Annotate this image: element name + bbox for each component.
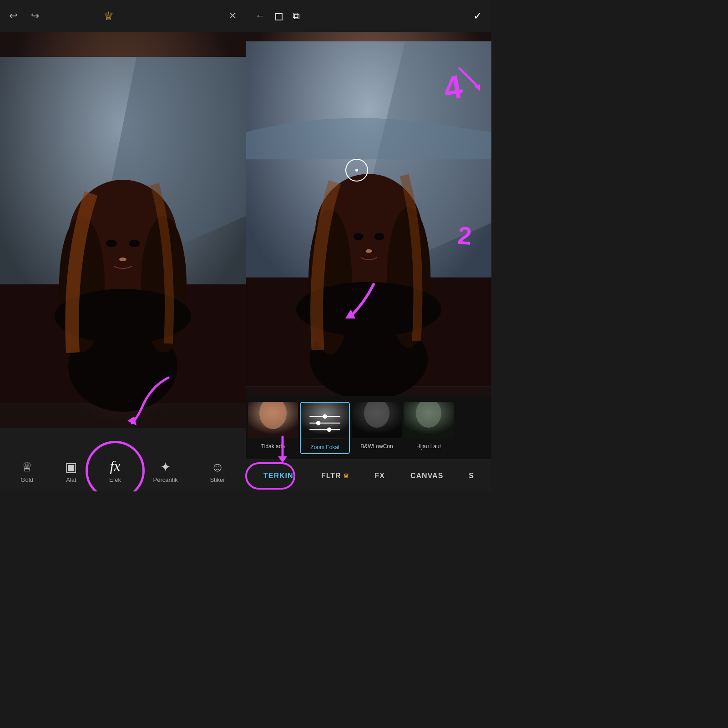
stiker-icon: ☺ — [211, 460, 224, 475]
svg-point-17 — [310, 318, 428, 396]
filter-label-tidak-ada: Tidak ada — [248, 440, 298, 453]
svg-point-25 — [366, 249, 372, 253]
svg-point-21 — [308, 209, 352, 354]
toolbar-item-stiker[interactable]: ☺ Stiker — [205, 456, 229, 487]
tab-terkini[interactable]: TERKINI — [259, 468, 300, 484]
svg-marker-1 — [91, 57, 246, 284]
svg-text:4: 4 — [441, 68, 465, 107]
filter-thumb-tidak-ada — [248, 402, 298, 438]
stiker-label: Stiker — [210, 476, 225, 483]
crosshair-target — [345, 159, 368, 182]
filter-thumb-zoom-fokal — [301, 403, 349, 439]
right-photo-bg: 4 2 — [246, 32, 491, 396]
toolbar-item-efek[interactable]: fx Efek — [105, 454, 126, 487]
filter-item-tidak-ada[interactable]: Tidak ada — [248, 402, 298, 454]
left-panel: ↩ ↪ ♕ ✕ — [0, 0, 246, 491]
alat-label: Alat — [66, 476, 76, 483]
svg-point-19 — [332, 197, 406, 286]
gold-icon: ♕ — [21, 460, 33, 475]
left-bottom-toolbar: ♕ Gold ▣ Alat fx Efek ✦ Percantik ☺ — [0, 428, 246, 491]
right-panel: ← ◻ ⧉ ✓ — [246, 0, 491, 491]
toolbar-item-alat[interactable]: ▣ Alat — [61, 456, 81, 487]
tab-fx[interactable]: FX — [370, 468, 389, 484]
tab-s[interactable]: S — [464, 468, 479, 484]
annotation-4-group: 4 — [414, 59, 487, 127]
crosshair-dot — [355, 169, 358, 172]
filter-thumb-hijau-laut — [404, 402, 454, 438]
eraser-icon[interactable]: ◻ — [274, 10, 283, 22]
filter-strip: Tidak ada — [246, 396, 491, 460]
check-button[interactable]: ✓ — [473, 10, 482, 22]
filter-label-hijau-laut: Hijau Laut — [404, 440, 454, 453]
percantik-icon: ✦ — [160, 460, 171, 475]
svg-point-11 — [119, 258, 126, 261]
svg-rect-16 — [246, 278, 491, 387]
svg-point-7 — [59, 216, 105, 353]
left-topbar: ↩ ↪ ♕ ✕ — [0, 0, 246, 32]
svg-point-12 — [55, 289, 191, 344]
efek-label: Efek — [109, 476, 121, 483]
crosshair-circle — [345, 159, 368, 182]
tab-canvas[interactable]: CANVAS — [406, 468, 448, 484]
left-photo-bg — [0, 32, 246, 428]
filter-label-zoom-fokal: Zoom Fokal — [301, 441, 349, 454]
svg-point-36 — [316, 421, 321, 425]
svg-rect-0 — [0, 57, 246, 403]
svg-marker-28 — [474, 84, 480, 91]
left-photo-area — [0, 32, 246, 428]
filter-item-hijau-laut[interactable]: Hijau Laut — [404, 402, 454, 454]
efek-icon: fx — [110, 458, 120, 475]
crown-icon[interactable]: ♕ — [103, 9, 114, 23]
filter-item-zoom-fokal[interactable]: Zoom Fokal — [300, 402, 350, 454]
toolbar-items: ♕ Gold ▣ Alat fx Efek ✦ Percantik ☺ — [0, 454, 246, 487]
svg-point-9 — [106, 240, 117, 247]
svg-point-26 — [296, 282, 441, 337]
redo-button[interactable]: ↪ — [31, 10, 39, 22]
svg-rect-32 — [301, 403, 349, 438]
undo-button[interactable]: ↩ — [9, 10, 17, 22]
filter-item-bwlowcon[interactable]: B&WLowCon — [352, 402, 402, 454]
annotation-arrow-down — [337, 280, 392, 325]
svg-point-5 — [84, 202, 162, 293]
gold-label: Gold — [20, 476, 33, 483]
tab-fltr[interactable]: FLTR ♕ — [317, 468, 354, 484]
svg-marker-29 — [345, 309, 355, 318]
fltr-crown-icon: ♕ — [343, 472, 349, 480]
svg-rect-4 — [109, 271, 136, 307]
close-button[interactable]: ✕ — [228, 10, 237, 22]
svg-rect-18 — [356, 264, 382, 298]
svg-point-24 — [374, 233, 384, 240]
right-photo-area[interactable]: 4 2 — [246, 32, 491, 396]
bottom-tabs: TERKINI FLTR ♕ FX CANVAS S — [246, 460, 491, 491]
right-topbar: ← ◻ ⧉ ✓ — [246, 0, 491, 32]
svg-point-8 — [141, 216, 187, 353]
svg-point-6 — [68, 180, 177, 298]
right-back-button[interactable]: ← — [255, 10, 265, 22]
svg-point-38 — [327, 427, 332, 432]
svg-point-34 — [323, 414, 327, 419]
alat-icon: ▣ — [65, 460, 77, 475]
svg-point-22 — [387, 207, 430, 348]
filter-label-bwlowcon: B&WLowCon — [352, 440, 402, 453]
filter-thumb-bwlowcon — [352, 402, 402, 438]
svg-point-23 — [354, 233, 364, 240]
toolbar-item-gold[interactable]: ♕ Gold — [16, 456, 37, 487]
annotation-2: 2 — [457, 221, 473, 251]
svg-rect-2 — [0, 284, 246, 403]
svg-point-3 — [68, 321, 177, 412]
svg-point-10 — [129, 240, 140, 247]
svg-rect-14 — [246, 41, 491, 387]
toolbar-item-percantik[interactable]: ✦ Percantik — [149, 456, 182, 487]
svg-point-20 — [315, 174, 423, 290]
layers-icon[interactable]: ⧉ — [293, 10, 300, 22]
percantik-label: Percantik — [153, 476, 178, 483]
